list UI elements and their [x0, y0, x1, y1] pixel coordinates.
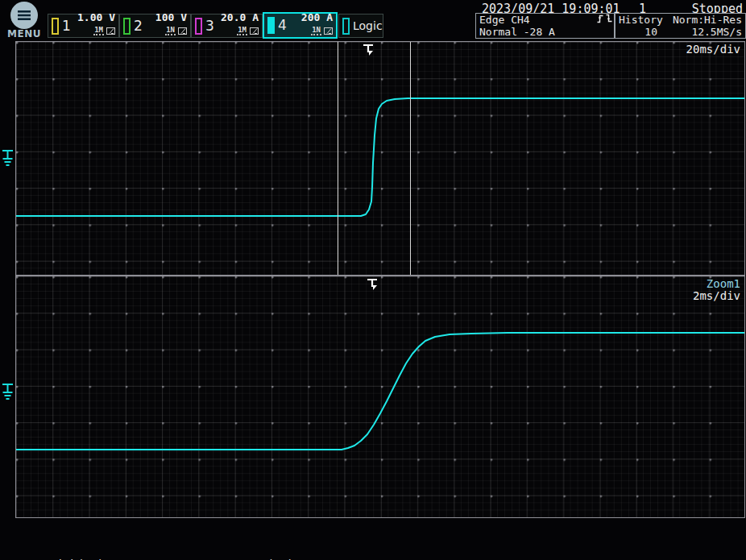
zoom1-waveform-window: Zoom1 2ms/div — [15, 276, 745, 518]
ch4-ground-level-marker-main[interactable] — [1, 148, 15, 172]
probe-icon — [324, 23, 333, 39]
zoom1-title: Zoom1 — [707, 277, 740, 290]
zoom-region-right-handle[interactable] — [410, 42, 411, 275]
oscilloscope-screen: MENU 1 1.00 V 1M 2 100 V 1N 3 20.0 A — [0, 0, 746, 560]
channel-2-box[interactable]: 2 100 V 1N — [119, 14, 191, 38]
channel-4-scale: 200 A — [301, 13, 333, 23]
channel-4-box-selected[interactable]: 4 200 A 1N — [263, 12, 338, 39]
ch4-main-trace — [16, 42, 744, 275]
probe-icon — [178, 23, 187, 39]
zoom1-timebase-label: 2ms/div — [693, 289, 740, 302]
measurement-group-low-fall: Low(C4) -400.5 A Fall(C4) ***** — [242, 533, 354, 560]
ch4-ground-level-marker-zoom[interactable] — [1, 382, 15, 405]
channel-4-coupling: 1N — [311, 27, 321, 35]
zoom-region-left-handle[interactable] — [338, 42, 338, 275]
logic-indicator — [342, 18, 350, 35]
channel-2-scale: 100 V — [155, 13, 187, 23]
channel-4-number: 4 — [278, 19, 287, 32]
measurement-group-pos-over: +Over(C4) 0.5% — [425, 538, 538, 560]
probe-icon — [250, 23, 259, 39]
main-timebase-label: 20ms/div — [686, 43, 740, 56]
channel-4-indicator — [267, 17, 275, 34]
ch4-zoom-trace — [16, 276, 744, 517]
sample-rate: 12.5MS/s — [691, 26, 742, 38]
channel-3-scale: 20.0 A — [221, 13, 259, 23]
channel-2-coupling: 1N — [165, 27, 176, 35]
menu-button-label: MENU — [6, 28, 43, 39]
channel-1-scale: 1.00 V — [77, 13, 115, 23]
channel-1-indicator — [52, 18, 59, 35]
trigger-mode-level: Normal -28 A — [479, 26, 555, 38]
measurement-group-neg-over: -Over(C4) 0.7% — [616, 538, 729, 560]
channel-3-number: 3 — [205, 19, 214, 33]
main-waveform-window: 20ms/div — [15, 41, 745, 276]
channel-3-indicator — [195, 18, 202, 35]
trigger-panel[interactable]: Edge CH4 Normal -28 A — [475, 13, 615, 39]
logic-label: Logic — [353, 19, 383, 32]
channel-3-box[interactable]: 3 20.0 A 1M — [191, 14, 263, 38]
channel-1-number: 1 — [62, 19, 71, 33]
history-label: History — [619, 14, 663, 26]
logic-box[interactable]: Logic — [338, 14, 383, 38]
zoom-trigger-position-marker[interactable] — [367, 278, 379, 294]
trigger-type-source: Edge CH4 — [479, 14, 530, 26]
channel-1-coupling: 1M — [93, 27, 104, 35]
acquisition-mode: Norm:Hi-Res — [673, 14, 742, 26]
history-count: 10 — [619, 26, 657, 38]
channel-2-indicator — [123, 18, 131, 35]
channel-1-box[interactable]: 1 1.00 V 1M — [48, 14, 119, 38]
hamburger-icon — [17, 10, 31, 21]
channel-3-coupling: 1M — [237, 27, 247, 35]
channel-2-number: 2 — [134, 19, 143, 33]
menu-button[interactable] — [10, 2, 38, 29]
measurement-group-high-rise: High(C4) 411.5 A Rise(C4) 1.62672ms — [50, 533, 166, 560]
probe-icon — [106, 23, 115, 39]
acquisition-panel[interactable]: History Norm:Hi-Res 10 12.5MS/s — [615, 13, 746, 39]
trigger-position-marker[interactable] — [363, 44, 375, 60]
